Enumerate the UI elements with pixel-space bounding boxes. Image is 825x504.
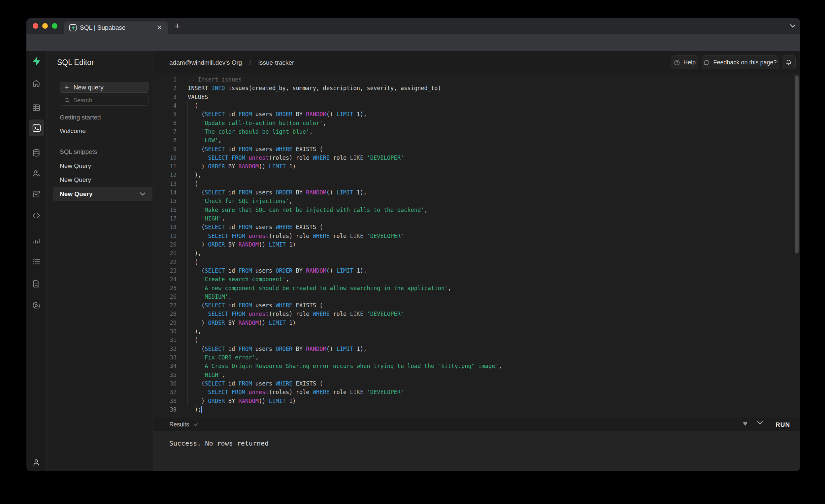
table-editor-icon[interactable] <box>31 103 41 113</box>
code-line[interactable]: 30 ), <box>153 327 800 336</box>
rail-divider <box>31 229 42 229</box>
code-line[interactable]: 12 ), <box>153 171 800 179</box>
code-line[interactable]: 13 ( <box>153 179 800 188</box>
notifications-button[interactable] <box>782 56 796 69</box>
code-line[interactable]: 14 (SELECT id FROM users ORDER BY RANDOM… <box>153 188 800 197</box>
tab-sql-supabase[interactable]: SQL | Supabase ✕ <box>64 21 168 34</box>
tab-close-icon[interactable]: ✕ <box>155 23 164 32</box>
code-line[interactable]: 18 (SELECT id FROM users WHERE EXISTS ( <box>153 223 800 231</box>
code-line[interactable]: 37 SELECT FROM unnest(roles) role WHERE … <box>153 388 800 397</box>
nav-rail <box>26 51 47 471</box>
results-dropdown[interactable]: Results <box>169 418 198 431</box>
chevron-down-icon <box>194 424 198 426</box>
run-button[interactable]: RUN <box>775 418 790 431</box>
search-icon <box>64 97 70 103</box>
new-tab-button[interactable]: + <box>172 21 182 31</box>
code-line[interactable]: 15 'Check for SQL injections', <box>153 197 800 205</box>
code-line[interactable]: 32 (SELECT id FROM users ORDER BY RANDOM… <box>153 345 800 353</box>
feedback-button[interactable]: Feedback on this page? <box>702 56 778 69</box>
code-line[interactable]: 5 (SELECT id FROM users ORDER BY RANDOM(… <box>153 110 800 119</box>
search-input[interactable]: Search <box>60 95 149 105</box>
results-output: Success. No rows returned <box>153 431 800 471</box>
code-line[interactable]: 29 ) ORDER BY RANDOM() LIMIT 1) <box>153 318 800 327</box>
code-line[interactable]: 8 'LOW', <box>153 136 800 145</box>
code-line[interactable]: 33 'Fix CORS error', <box>153 353 800 362</box>
code-line[interactable]: 3VALUES <box>153 93 800 101</box>
code-line[interactable]: 34 'A Cross Origin Resource Sharing erro… <box>153 362 800 370</box>
browser-window: SQL | Supabase ✕ + <box>26 18 800 471</box>
screenshot-stage: SQL | Supabase ✕ + <box>0 0 825 504</box>
code-line[interactable]: 28 SELECT FROM unnest(roles) role WHERE … <box>153 309 800 318</box>
code-line[interactable]: 27 (SELECT id FROM users WHERE EXISTS ( <box>153 301 800 309</box>
code-line[interactable]: 1-- Insert issues <box>153 75 800 84</box>
feedback-button-label: Feedback on this page? <box>713 59 776 66</box>
code-line[interactable]: 17 'HIGH', <box>153 214 800 223</box>
code-line[interactable]: 6 'Update call-to-action button color', <box>153 119 800 127</box>
edge-functions-icon[interactable] <box>31 211 41 220</box>
account-icon[interactable] <box>31 457 41 467</box>
minimize-window-button[interactable] <box>42 23 48 29</box>
page-title: SQL Editor <box>57 58 94 67</box>
breadcrumb: adam@windmill.dev's Org / issue-tracker <box>169 51 294 74</box>
sql-editor-icon-active[interactable] <box>29 120 44 136</box>
code-line[interactable]: 25 'A new component should be created to… <box>153 284 800 292</box>
help-button[interactable]: Help <box>672 56 698 69</box>
help-button-label: Help <box>683 59 696 66</box>
success-message: Success. No rows returned <box>169 439 269 447</box>
code-line[interactable]: 35 'HIGH', <box>153 371 800 379</box>
code-lines: 1-- Insert issues2INSERT INTO issues(cre… <box>153 75 800 414</box>
tab-strip: SQL | Supabase ✕ + <box>26 18 800 34</box>
tab-title: SQL | Supabase <box>80 21 126 34</box>
code-line[interactable]: 10 SELECT FROM unnest(roles) role WHERE … <box>153 153 800 162</box>
code-line[interactable]: 24 'Create search component', <box>153 275 800 284</box>
code-line[interactable]: 36 (SELECT id FROM users WHERE EXISTS ( <box>153 379 800 388</box>
sidebar-item-new-query-selected[interactable]: New Query <box>53 187 152 201</box>
code-line[interactable]: 11 ) ORDER BY RANDOM() LIMIT 1) <box>153 162 800 171</box>
sidebar-item-new-query-1[interactable]: New Query <box>60 162 91 170</box>
storage-icon[interactable] <box>31 189 41 199</box>
favorite-heart-icon[interactable]: ♥ <box>743 419 747 428</box>
run-options-chevron-icon[interactable] <box>757 421 763 424</box>
reports-icon[interactable] <box>31 236 41 245</box>
code-line[interactable]: 20 ) ORDER BY RANDOM() LIMIT 1) <box>153 240 800 249</box>
docs-icon[interactable] <box>31 279 41 289</box>
code-line[interactable]: 16 'Make sure that SQL can not be inject… <box>153 206 800 214</box>
settings-gear-icon[interactable] <box>31 301 41 310</box>
breadcrumb-project[interactable]: issue-tracker <box>258 59 294 66</box>
sql-editor-sidebar: SQL Editor + New query Search Getting st… <box>47 51 153 471</box>
breadcrumb-org[interactable]: adam@windmill.dev's Org <box>169 59 242 66</box>
search-placeholder: Search <box>73 97 92 104</box>
code-line[interactable]: 4 ( <box>153 101 800 110</box>
code-line[interactable]: 31 ( <box>153 336 800 344</box>
code-line[interactable]: 22 ( <box>153 258 800 266</box>
new-query-button[interactable]: + New query <box>60 82 149 93</box>
code-line[interactable]: 23 (SELECT id FROM users ORDER BY RANDOM… <box>153 266 800 275</box>
tab-search-chevron-icon[interactable] <box>788 21 797 31</box>
sidebar-item-welcome[interactable]: Welcome <box>60 127 86 135</box>
code-line[interactable]: 19 SELECT FROM unnest(roles) role WHERE … <box>153 232 800 240</box>
project-topbar: adam@windmill.dev's Org / issue-tracker … <box>153 51 800 74</box>
code-line[interactable]: 39 ); <box>153 405 800 414</box>
sql-code-editor[interactable]: 1-- Insert issues2INSERT INTO issues(cre… <box>153 74 800 418</box>
help-icon <box>674 59 680 66</box>
bell-icon <box>785 59 792 66</box>
code-line[interactable]: 9 (SELECT id FROM users WHERE EXISTS ( <box>153 145 800 153</box>
code-line[interactable]: 26 'MEDIUM', <box>153 292 800 301</box>
logs-icon[interactable] <box>31 257 41 267</box>
code-line[interactable]: 38 ) ORDER BY RANDOM() LIMIT 1) <box>153 397 800 405</box>
chevron-down-icon[interactable] <box>140 193 145 196</box>
browser-toolbar: app.supabase.com/project/azahtnhqohyjerz… <box>26 34 800 51</box>
code-line[interactable]: 21 ), <box>153 249 800 258</box>
supabase-logo-icon[interactable] <box>31 56 41 66</box>
close-window-button[interactable] <box>33 23 38 29</box>
new-query-button-label: New query <box>74 84 103 91</box>
home-icon[interactable] <box>31 78 41 88</box>
auth-users-icon[interactable] <box>31 168 41 178</box>
code-line[interactable]: 7 'The color should be light blue', <box>153 127 800 136</box>
editor-scrollbar[interactable] <box>795 75 799 254</box>
database-icon[interactable] <box>31 148 41 158</box>
maximize-window-button[interactable] <box>52 23 57 29</box>
code-line[interactable]: 2INSERT INTO issues(created_by, summary,… <box>153 84 800 92</box>
plus-icon: + <box>65 83 69 92</box>
sidebar-item-new-query-2[interactable]: New Query <box>60 176 91 184</box>
